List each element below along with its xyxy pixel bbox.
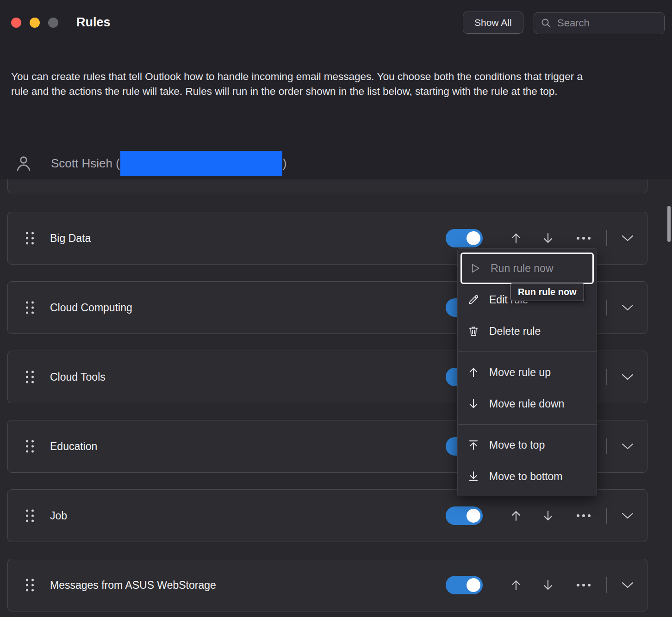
rule-enabled-toggle[interactable] bbox=[446, 506, 483, 525]
move-down-button[interactable] bbox=[540, 508, 556, 524]
zoom-button[interactable] bbox=[48, 18, 58, 28]
close-button[interactable] bbox=[11, 18, 21, 28]
account-name-suffix: ) bbox=[283, 156, 287, 171]
divider bbox=[606, 300, 607, 315]
show-all-button[interactable]: Show All bbox=[463, 12, 523, 34]
rule-name: Job bbox=[50, 510, 67, 522]
divider bbox=[606, 508, 607, 524]
rule-enabled-toggle[interactable] bbox=[446, 576, 483, 594]
move-to-top-icon bbox=[467, 438, 480, 451]
drag-handle-icon[interactable] bbox=[26, 302, 34, 314]
move-to-bottom-icon bbox=[467, 470, 480, 483]
trash-icon bbox=[467, 325, 480, 338]
toggle-knob bbox=[467, 578, 480, 592]
account-name-prefix: Scott Hsieh ( bbox=[51, 156, 120, 171]
play-icon bbox=[468, 262, 481, 275]
arrow-down-icon bbox=[467, 397, 480, 410]
expand-chevron-button[interactable] bbox=[619, 508, 636, 524]
move-down-button[interactable] bbox=[540, 230, 556, 246]
account-name: Scott Hsieh ( ) bbox=[51, 151, 287, 176]
more-options-button[interactable] bbox=[573, 577, 594, 593]
expand-chevron-button[interactable] bbox=[619, 438, 636, 454]
drag-handle-icon[interactable] bbox=[26, 510, 34, 522]
menu-item-delete-rule[interactable]: Delete rule bbox=[460, 315, 594, 347]
divider bbox=[606, 577, 607, 593]
arrow-up-icon bbox=[467, 366, 480, 379]
scrollbar[interactable] bbox=[667, 206, 671, 242]
search-box[interactable] bbox=[534, 12, 665, 34]
move-up-button[interactable] bbox=[508, 577, 524, 593]
menu-separator bbox=[458, 424, 597, 425]
menu-item-move-to-bottom[interactable]: Move to bottom bbox=[460, 461, 594, 492]
rule-enabled-toggle[interactable] bbox=[446, 229, 483, 247]
account-row: Scott Hsieh ( ) bbox=[14, 151, 287, 176]
expand-chevron-button[interactable] bbox=[619, 369, 636, 385]
divider bbox=[606, 369, 607, 385]
rule-name: Big Data bbox=[50, 232, 91, 245]
redaction-box bbox=[120, 151, 282, 176]
menu-item-move-rule-up[interactable]: Move rule up bbox=[460, 357, 594, 388]
rule-name: Messages from ASUS WebStorage bbox=[50, 579, 216, 592]
toggle-knob bbox=[467, 509, 480, 523]
drag-handle-icon[interactable] bbox=[26, 440, 34, 453]
menu-item-move-rule-down[interactable]: Move rule down bbox=[460, 388, 594, 420]
toggle-knob bbox=[467, 231, 480, 245]
rule-row-partial bbox=[7, 179, 647, 193]
expand-chevron-button[interactable] bbox=[619, 300, 636, 315]
drag-handle-icon[interactable] bbox=[26, 579, 34, 592]
person-icon bbox=[14, 153, 33, 173]
divider bbox=[606, 438, 607, 454]
rule-name: Education bbox=[50, 440, 97, 453]
page-title: Rules bbox=[76, 15, 111, 30]
expand-chevron-button[interactable] bbox=[619, 230, 636, 246]
more-options-button[interactable] bbox=[573, 508, 594, 524]
search-icon bbox=[541, 18, 552, 29]
pencil-icon bbox=[467, 293, 480, 306]
move-down-button[interactable] bbox=[540, 577, 556, 593]
traffic-lights bbox=[11, 18, 58, 28]
menu-separator bbox=[458, 352, 597, 352]
move-up-button[interactable] bbox=[508, 230, 524, 246]
search-input[interactable] bbox=[557, 17, 672, 29]
drag-handle-icon[interactable] bbox=[26, 232, 34, 245]
description-text: You can create rules that tell Outlook h… bbox=[11, 69, 585, 99]
menu-item-move-to-top[interactable]: Move to top bbox=[460, 429, 594, 461]
rule-row: Job bbox=[7, 489, 647, 542]
menu-item-run-rule-now[interactable]: Run rule now bbox=[460, 253, 594, 284]
rule-name: Cloud Tools bbox=[50, 371, 106, 383]
minimize-button[interactable] bbox=[30, 18, 40, 28]
more-options-button[interactable] bbox=[573, 230, 594, 246]
rule-name: Cloud Computing bbox=[50, 302, 132, 314]
expand-chevron-button[interactable] bbox=[619, 577, 636, 593]
rule-row: Messages from ASUS WebStorage bbox=[7, 559, 647, 611]
move-up-button[interactable] bbox=[508, 508, 524, 524]
divider bbox=[606, 230, 607, 246]
run-rule-now-tooltip: Run rule now bbox=[510, 283, 584, 301]
drag-handle-icon[interactable] bbox=[26, 371, 34, 383]
rules-window: Rules Show All You can create rules that… bbox=[0, 0, 672, 617]
